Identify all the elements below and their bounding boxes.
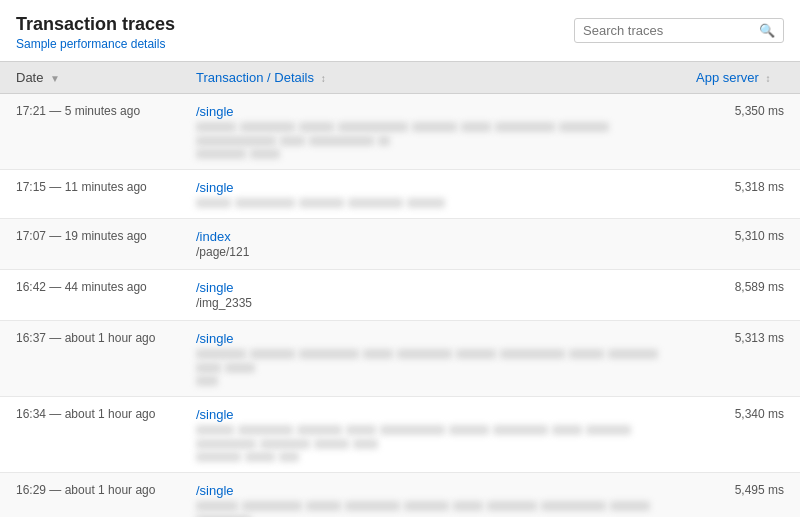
cell-appserver: 5,340 ms [680,397,800,473]
blurred-text-block [586,425,631,435]
transaction-path-link[interactable]: /index [196,229,231,244]
col-transaction: Transaction / Details ↕ [180,62,680,94]
blurred-text-block [242,501,302,511]
page-container: Transaction traces Sample performance de… [0,0,800,517]
cell-transaction: /single [180,170,680,219]
blurred-text-block [280,136,305,146]
transaction-path-link[interactable]: /single [196,104,234,119]
blurred-text-block [541,501,606,511]
cell-date: 17:21 — 5 minutes ago [0,94,180,170]
blurred-detail-line [196,452,664,462]
table-row: 17:21 — 5 minutes ago/single 5,350 ms [0,94,800,170]
blurred-text-block [495,122,555,132]
blurred-text-block [456,349,496,359]
blurred-text-block [397,349,452,359]
header: Transaction traces Sample performance de… [0,0,800,61]
blurred-text-block [306,501,341,511]
table-row: 16:34 — about 1 hour ago/single 5,340 ms [0,397,800,473]
blurred-detail-line [196,149,664,159]
blurred-detail-line [196,122,664,146]
blurred-text-block [493,425,548,435]
blurred-text-block [453,501,483,511]
blurred-detail-line [196,501,664,517]
blurred-text-block [608,349,658,359]
cell-date: 16:34 — about 1 hour ago [0,397,180,473]
transaction-path-link[interactable]: /single [196,280,234,295]
sort-arrow-date: ▼ [50,73,60,84]
sort-arrow-transaction: ↕ [321,73,326,84]
blurred-text-block [196,425,234,435]
blurred-text-block [353,439,378,449]
transaction-path-link[interactable]: /single [196,331,234,346]
cell-appserver: 5,318 ms [680,170,800,219]
blurred-text-block [345,501,400,511]
blurred-text-block [338,122,408,132]
col-date: Date ▼ [0,62,180,94]
cell-date: 17:07 — 19 minutes ago [0,219,180,270]
blurred-text-block [500,349,565,359]
blurred-text-block [238,425,293,435]
blurred-text-block [487,501,537,511]
blurred-text-block [309,136,374,146]
blurred-text-block [245,452,275,462]
search-input[interactable] [583,23,755,38]
blurred-text-block [196,376,218,386]
blurred-text-block [279,452,299,462]
blurred-text-block [196,452,241,462]
cell-date: 16:42 — 44 minutes ago [0,270,180,321]
blurred-text-block [378,136,390,146]
blurred-text-block [314,439,349,449]
blurred-text-block [196,501,238,511]
table-row: 16:37 — about 1 hour ago/single 5,313 ms [0,321,800,397]
cell-date: 17:15 — 11 minutes ago [0,170,180,219]
table-body: 17:21 — 5 minutes ago/single 5,350 ms17:… [0,94,800,518]
blurred-text-block [610,501,650,511]
blurred-text-block [196,349,246,359]
cell-transaction: /single [180,397,680,473]
transaction-path-link[interactable]: /single [196,180,234,195]
cell-appserver: 5,495 ms [680,473,800,518]
blurred-detail-line [196,349,664,373]
blurred-detail-line [196,376,664,386]
blurred-text-block [449,425,489,435]
blurred-text-block [196,136,276,146]
blurred-text-block [407,198,445,208]
cell-date: 16:29 — about 1 hour ago [0,473,180,518]
blurred-text-block [196,439,256,449]
blurred-detail-line [196,198,664,208]
blurred-text-block [363,349,393,359]
transaction-subpath: /img_2335 [196,296,664,310]
blurred-text-block [225,363,255,373]
cell-date: 16:37 — about 1 hour ago [0,321,180,397]
blurred-text-block [235,198,295,208]
cell-appserver: 5,313 ms [680,321,800,397]
blurred-text-block [297,425,342,435]
blurred-text-block [250,349,295,359]
blurred-text-block [299,122,334,132]
cell-transaction: /single/img_2335 [180,270,680,321]
search-box[interactable]: 🔍 [574,18,784,43]
blurred-text-block [250,149,280,159]
sort-arrow-appserver: ↕ [766,73,771,84]
blurred-text-block [461,122,491,132]
cell-transaction: /single [180,321,680,397]
table-row: 16:42 — 44 minutes ago/single/img_23358,… [0,270,800,321]
blurred-text-block [380,425,445,435]
cell-transaction: /single [180,94,680,170]
blurred-text-block [240,122,295,132]
blurred-text-block [299,198,344,208]
blurred-text-block [559,122,609,132]
transaction-path-link[interactable]: /single [196,483,234,498]
blurred-text-block [412,122,457,132]
transaction-subpath: /page/121 [196,245,664,259]
page-title: Transaction traces [16,14,175,35]
traces-table: Date ▼ Transaction / Details ↕ App serve… [0,61,800,517]
table-row: 17:15 — 11 minutes ago/single 5,318 ms [0,170,800,219]
blurred-text-block [404,501,449,511]
cell-appserver: 5,350 ms [680,94,800,170]
header-left: Transaction traces Sample performance de… [16,14,175,51]
blurred-text-block [196,149,246,159]
cell-transaction: /single [180,473,680,518]
page-subtitle: Sample performance details [16,37,175,51]
transaction-path-link[interactable]: /single [196,407,234,422]
